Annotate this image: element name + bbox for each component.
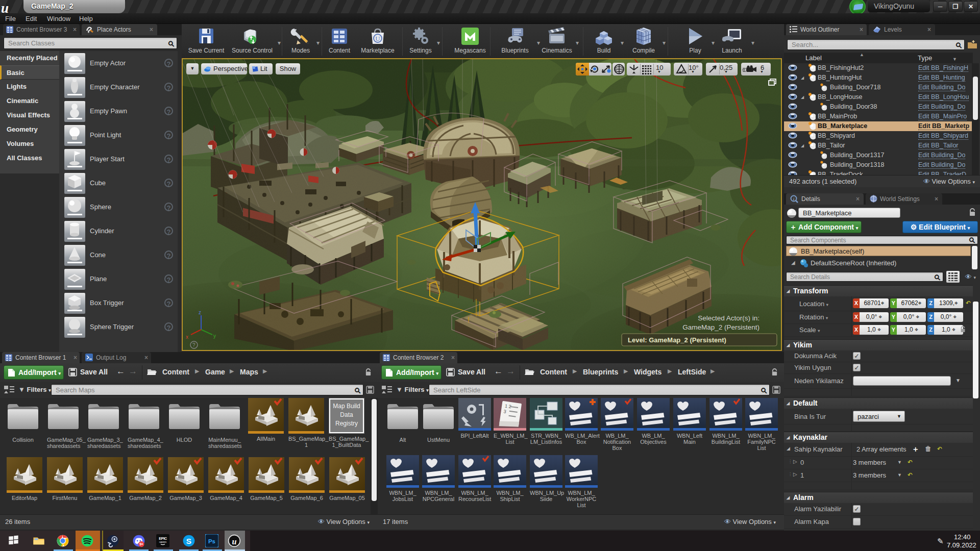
svg-text:x: x — [186, 334, 188, 340]
svg-text:Level: GameMap_2 (Persistent): Level: GameMap_2 (Persistent) — [628, 336, 726, 344]
svg-text:i: i — [793, 196, 795, 202]
svg-text:GAMES: GAMES — [159, 541, 167, 543]
svg-text:9+: 9+ — [139, 542, 143, 546]
svg-text:Ps: Ps — [208, 538, 215, 544]
svg-text:EPIC: EPIC — [159, 536, 167, 541]
svg-text:S: S — [186, 537, 191, 545]
svg-text:?: ? — [192, 342, 195, 348]
svg-text:y: y — [213, 333, 216, 339]
svg-text:Selected Actor(s) in:: Selected Actor(s) in: — [698, 314, 760, 322]
svg-text:z: z — [199, 310, 201, 315]
svg-text:u: u — [232, 537, 236, 546]
svg-text:GameMap_2 (Persistent): GameMap_2 (Persistent) — [682, 323, 760, 331]
svg-text:U: U — [375, 35, 380, 42]
